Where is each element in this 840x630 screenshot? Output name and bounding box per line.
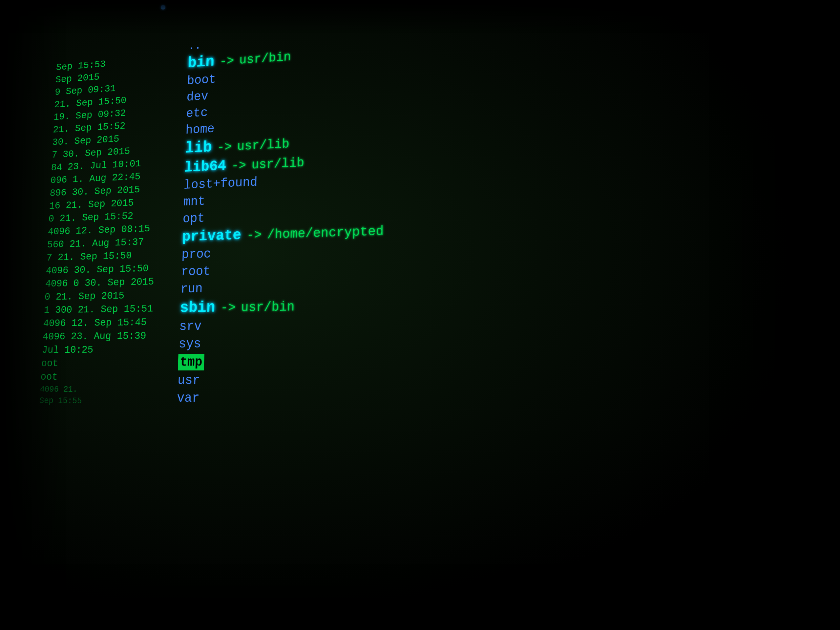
- dir-sbin: sbin: [180, 298, 215, 317]
- terminal-screen: Sep 15:53 Sep 2015 9 Sep 09:31 21. Sep 1…: [0, 0, 840, 630]
- target-lib: usr/lib: [237, 137, 289, 154]
- target-bin: usr/bin: [239, 50, 291, 68]
- list-item: sys: [178, 333, 617, 351]
- dir-mnt: mnt: [183, 194, 205, 210]
- dir-lost-found: lost+found: [183, 175, 257, 193]
- dir-run: run: [180, 281, 203, 297]
- list-item: 4096 12. Sep 15:45: [43, 316, 180, 329]
- dir-srv: srv: [179, 319, 202, 334]
- list-item: 4096 0 30. Sep 2015: [45, 275, 181, 290]
- arrow-lib64: ->: [231, 158, 246, 173]
- list-item: 4096 12. Sep 08:15: [47, 222, 183, 238]
- dir-lib64: lib64: [184, 158, 226, 176]
- list-item: usr: [177, 373, 618, 390]
- dir-boot: boot: [187, 72, 216, 88]
- list-item: 560 21. Aug 15:37: [47, 235, 182, 251]
- dir-private: private: [182, 227, 242, 245]
- target-lib64: usr/lib: [251, 156, 305, 172]
- dir-dev: dev: [186, 89, 208, 105]
- list-item: 0 21. Sep 2015: [44, 289, 180, 303]
- list-item: oot: [41, 357, 178, 369]
- dir-tmp: tmp: [178, 354, 204, 371]
- dir-var: var: [177, 390, 200, 406]
- list-item: Sep 15:55: [39, 396, 177, 406]
- arrow-sbin: ->: [221, 300, 236, 315]
- cursor-dot: [161, 5, 165, 9]
- list-item: sbin -> usr/bin: [180, 292, 616, 317]
- arrow-bin: ->: [219, 54, 234, 69]
- list-item: 4096 30. Sep 15:50: [46, 262, 182, 276]
- target-sbin: usr/bin: [241, 299, 295, 315]
- dir-etc: etc: [186, 106, 208, 121]
- terminal-content: Sep 15:53 Sep 2015 9 Sep 09:31 21. Sep 1…: [23, 0, 840, 630]
- dir-usr: usr: [177, 373, 200, 388]
- list-item: 1 300 21. Sep 15:51: [44, 303, 180, 316]
- arrow-lib: ->: [217, 140, 232, 155]
- list-item: 4096 21.: [40, 385, 177, 395]
- dir-lib: lib: [185, 139, 212, 158]
- dir-home: home: [185, 122, 215, 137]
- list-item: 4096 23. Aug 15:39: [42, 330, 179, 343]
- target-private: /home/encrypted: [267, 224, 384, 243]
- dotdot-entry: ..: [188, 39, 202, 52]
- list-item: tmp: [178, 352, 618, 371]
- list-item: oot: [40, 371, 178, 383]
- dir-root: root: [181, 264, 211, 279]
- dir-sys: sys: [178, 336, 201, 351]
- dir-proc: proc: [182, 247, 211, 262]
- arrow-private: ->: [246, 228, 262, 243]
- right-column: .. bin -> usr/bin boot dev etc hom: [163, 0, 633, 630]
- list-item: var: [177, 390, 619, 409]
- dir-opt: opt: [182, 211, 205, 226]
- list-item: srv: [179, 314, 617, 334]
- list-item: Jul 10:25: [42, 344, 179, 356]
- dir-bin: bin: [187, 53, 215, 72]
- list-item: 7 21. Sep 15:50: [46, 248, 182, 264]
